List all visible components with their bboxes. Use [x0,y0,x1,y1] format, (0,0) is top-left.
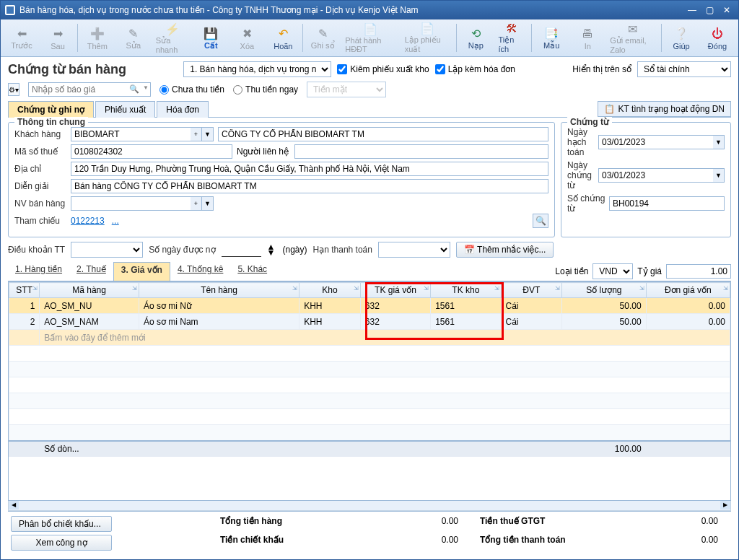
credit-days-input[interactable] [222,242,261,257]
save-button[interactable]: 💾Cất [193,21,229,55]
description-input[interactable] [71,179,548,193]
help-button[interactable]: ❔Giúp [663,21,699,55]
payment-method-select: Tiền mặt [307,82,386,97]
settings-gear-button[interactable]: ⚙▾ [8,83,19,96]
scroll-left[interactable]: ◀ [9,501,19,509]
customer-add-button[interactable]: + [191,127,202,141]
delete-icon: ✖ [242,26,252,42]
col-name[interactable]: Tên hàng⇲ [139,283,299,298]
display-select[interactable]: Sổ tài chính [637,61,731,77]
rate-input[interactable] [666,264,731,279]
subtab-stats[interactable]: 4. Thống kê [170,262,230,281]
undo-icon: ↶ [279,26,288,42]
allocate-discount-button[interactable]: Phân bổ chiết khấu... [11,516,112,532]
voucher-date-input[interactable] [598,168,713,183]
edit-button[interactable]: ✎Sửa [115,21,152,55]
subtab-items[interactable]: 1. Hàng tiền [8,262,69,281]
customer-code-input[interactable] [71,127,191,141]
post-button[interactable]: ✎Ghi sổ [305,21,341,55]
undo-button[interactable]: ↶Hoãn [265,21,301,55]
tax-input[interactable] [71,144,232,159]
help-icon: ❔ [674,26,688,42]
app-icon [5,5,15,15]
subtab-tax[interactable]: 2. Thuế [69,262,113,281]
due-date-select[interactable] [378,242,450,258]
salesperson-input[interactable] [71,196,191,211]
reload-button[interactable]: ⟲Nạp [458,21,494,55]
currency-select[interactable]: VND [592,263,633,279]
delete-button[interactable]: ✖Xóa [229,21,265,55]
chk-hoadon[interactable]: Lập kèm hóa đơn [435,64,515,74]
table-row[interactable]: 2AO_SM_NAMÁo sơ mi NamKHH6321561Cái50.00… [9,314,730,330]
forward-button[interactable]: ➡Sau [40,21,76,55]
customer-name-input[interactable] [218,127,548,141]
minimize-button[interactable]: — [685,4,699,16]
add-button[interactable]: ➕Thêm [79,21,115,55]
col-wh-acc[interactable]: TK kho⇲ [431,283,501,298]
date1-picker-button[interactable]: ▼ [713,135,725,149]
tab-export-slip[interactable]: Phiếu xuất [95,101,155,118]
print-button[interactable]: 🖶In [569,21,605,55]
add-row-hint[interactable]: Bấm vào đây để thêm mới [9,330,730,346]
col-price[interactable]: Đơn giá vốn⇲ [646,283,730,298]
h-scrollbar[interactable]: ◀▶ [8,501,731,511]
general-panel: Thông tin chung Khách hàng +▼ Mã số thuế… [8,122,555,237]
flash-icon: ⚡ [165,22,180,36]
col-qty[interactable]: Số lượng⇲ [562,283,646,298]
col-unit[interactable]: ĐVT⇲ [501,283,562,298]
subtab-other[interactable]: 5. Khác [230,262,274,281]
arrow-right-icon: ➡ [53,26,63,42]
table-row[interactable]: 1AO_SM_NUÁo sơ mi NữKHH6321561Cái50.000.… [9,298,730,314]
main-toolbar: ⬅Trước ➡Sau ➕Thêm ✎Sửa ⚡Sửa nhanh 💾Cất ✖… [1,19,738,57]
view-debt-button[interactable]: Xem công nợ [11,535,112,551]
reference-link[interactable]: 0122213 [71,216,105,226]
power-icon: ⏻ [712,26,723,42]
back-button[interactable]: ⬅Trước [4,21,40,55]
calendar-icon: 📅 [464,245,475,255]
export-slip-button[interactable]: 📄Lập phiếu xuất [401,21,455,55]
close-button[interactable]: ⏻Đóng [699,21,735,55]
totals-panel: Tổng tiền hàng0.00 Tiền thuế GTGT0.00 Ti… [220,516,718,551]
check-icon: 📋 [604,104,615,114]
address-input[interactable] [71,162,548,176]
date2-picker-button[interactable]: ▼ [713,168,725,183]
tab-invoice[interactable]: Hóa đơn [157,101,209,118]
template-button[interactable]: 📑Mẫu [533,21,569,55]
radio-unpaid[interactable]: Chưa thu tiền [159,84,224,95]
print-icon: 🖶 [582,26,593,42]
days-down[interactable]: ▼ [267,250,277,255]
col-code[interactable]: Mã hàng⇲ [40,283,139,298]
maximize-button[interactable]: ▢ [702,4,717,16]
close-window-button[interactable]: ✕ [720,4,734,16]
col-stt[interactable]: STT⇲ [9,283,40,298]
col-wh[interactable]: Kho⇲ [299,283,361,298]
check-status-button[interactable]: 📋KT tình trạng hoạt động DN [598,101,731,117]
tab-debit-voucher[interactable]: Chứng từ ghi nợ [8,101,94,118]
posting-date-input[interactable] [598,135,713,149]
einvoice-button[interactable]: 📄Phát hành HĐĐT [341,21,400,55]
send-button[interactable]: ✉Gửi email, Zalo [605,21,660,55]
salesperson-add-button[interactable]: + [191,196,202,211]
utilities-button[interactable]: 🛠Tiện ích [494,21,530,55]
contact-input[interactable] [294,144,548,159]
col-cost-acc[interactable]: TK giá vốn⇲ [360,283,430,298]
quick-edit-button[interactable]: ⚡Sửa nhanh [152,21,193,55]
tools-icon: 🛠 [506,22,517,35]
subtab-cost[interactable]: 3. Giá vốn [113,262,170,281]
dropdown-icon[interactable]: ▼ [143,84,149,91]
zoom-button[interactable]: 🔍 [533,214,548,228]
radio-paid[interactable]: Thu tiền ngay [233,84,298,95]
reference-more-link[interactable]: ... [112,216,119,226]
payment-terms-select[interactable] [71,242,143,258]
salesperson-dropdown-button[interactable]: ▼ [202,196,214,211]
chk-pxk[interactable]: Kiêm phiếu xuất kho [337,64,429,74]
scroll-right[interactable]: ▶ [720,501,730,509]
sale-type-select[interactable]: 1. Bán hàng hóa, dịch vụ trong nước [183,61,331,77]
voucher-no-input[interactable] [609,196,725,211]
reload-icon: ⟲ [471,25,481,41]
window-title: Bán hàng hóa, dịch vụ trong nước chưa th… [19,5,685,15]
edit-icon: ✎ [128,25,138,41]
items-grid[interactable]: STT⇲ Mã hàng⇲ Tên hàng⇲ Kho⇲ TK giá vốn⇲… [8,281,731,501]
add-reminder-button[interactable]: 📅 Thêm nhắc việc... [456,242,554,258]
customer-dropdown-button[interactable]: ▼ [202,127,214,141]
